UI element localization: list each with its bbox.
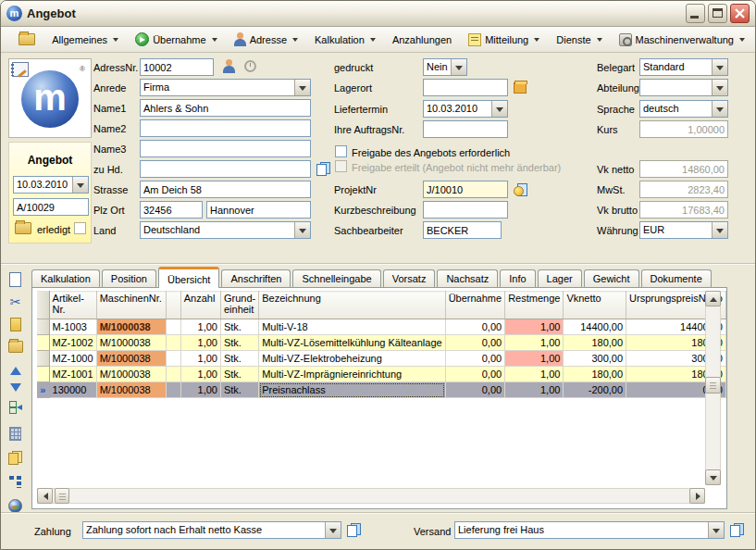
abteilung-combo[interactable] [639, 79, 728, 96]
row-header[interactable] [37, 367, 49, 382]
copy-zahlung-icon[interactable] [347, 523, 361, 537]
strasse-field[interactable] [140, 181, 311, 198]
chevron-down-icon[interactable] [708, 522, 724, 538]
erledigt-checkbox[interactable] [74, 222, 86, 234]
freigabe-erforderlich-checkbox[interactable] [335, 145, 347, 157]
chevron-down-icon[interactable] [712, 59, 727, 75]
copy-position-button[interactable] [7, 451, 23, 467]
calculator-icon [9, 427, 21, 441]
ort-field[interactable] [206, 201, 311, 219]
row-header[interactable] [37, 319, 49, 335]
lagerort-field[interactable] [423, 79, 508, 96]
chevron-down-icon[interactable] [72, 177, 88, 193]
name1-field[interactable] [140, 99, 311, 117]
row-header[interactable] [37, 351, 49, 367]
chevron-down-icon[interactable] [712, 222, 727, 238]
insert-position-button[interactable] [7, 401, 23, 417]
scroll-right-button[interactable] [689, 488, 705, 504]
move-down-button[interactable] [7, 381, 23, 396]
zahlung-combo[interactable]: Zahlung sofort nach Erhalt netto Kasse [82, 521, 341, 539]
tab-anschriften[interactable]: Anschriften [221, 269, 291, 288]
versand-combo[interactable]: Lieferung frei Haus [454, 521, 725, 539]
menu-mitteilung[interactable]: Mitteilung [462, 31, 546, 49]
table-row[interactable]: M-1003 M/1000038 1,00 Stk. Multi-V-18 0,… [37, 319, 726, 335]
menu-kalkulation[interactable]: Kalkulation [308, 31, 382, 48]
tab-uebersicht[interactable]: Übersicht [158, 267, 219, 288]
kurzbeschreibung-field[interactable] [423, 201, 508, 219]
sprache-combo[interactable]: deutsch [639, 100, 728, 118]
calculator-button[interactable] [7, 427, 23, 443]
land-combo[interactable]: Deutschland [140, 221, 311, 239]
open-folder-button[interactable] [12, 31, 42, 48]
new-position-button[interactable] [7, 272, 23, 288]
menu-anzahlungen[interactable]: Anzahlungen [386, 31, 458, 48]
tab-nachsatz[interactable]: Nachsatz [437, 269, 498, 288]
tab-schnelleingabe[interactable]: Schnelleingabe [292, 269, 380, 288]
liefertermin-label: Liefertermin [334, 102, 388, 117]
scroll-up-button[interactable] [705, 291, 721, 306]
chevron-down-icon[interactable] [294, 80, 310, 95]
scroll-left-button[interactable] [37, 488, 53, 504]
chevron-down-icon[interactable] [712, 101, 727, 117]
name2-field[interactable] [140, 119, 311, 137]
row-header[interactable]: » [37, 382, 49, 398]
move-up-button[interactable] [7, 364, 23, 380]
h-scrollbar-thumb[interactable] [55, 488, 69, 504]
tab-gewicht[interactable]: Gewicht [584, 269, 639, 288]
cut-button[interactable]: ✂ [7, 294, 23, 310]
menu-dienste[interactable]: Dienste [550, 31, 608, 48]
minimize-button[interactable] [686, 4, 705, 23]
paste-button[interactable] [7, 318, 23, 333]
close-button[interactable] [730, 4, 750, 23]
tab-vorsatz[interactable]: Vorsatz [383, 269, 436, 288]
plz-field[interactable] [140, 201, 203, 219]
tab-lager[interactable]: Lager [538, 269, 582, 288]
auftragsnr-field[interactable] [423, 120, 508, 138]
name3-field[interactable] [140, 140, 311, 157]
waehrung-combo[interactable]: EUR [639, 221, 728, 239]
chevron-down-icon[interactable] [451, 59, 466, 75]
menu-maschinenverwaltung[interactable]: Maschinenverwaltung [613, 31, 751, 49]
vknetto-field [639, 160, 728, 178]
liefertermin-combo[interactable]: 10.03.2010 [423, 100, 508, 118]
anrede-combo[interactable]: Firma [140, 79, 311, 96]
document-number-field[interactable] [13, 198, 89, 216]
tab-position[interactable]: Position [102, 269, 156, 288]
notepad-edit-icon[interactable] [12, 62, 29, 77]
window-title: Angebot [27, 6, 683, 20]
gedruckt-combo[interactable]: Nein [423, 58, 467, 76]
projektnr-field[interactable] [423, 181, 508, 198]
open-position-button[interactable] [7, 341, 23, 356]
copy-address-icon[interactable] [316, 162, 330, 176]
menu-adresse[interactable]: Adresse [228, 30, 304, 49]
table-row[interactable]: MZ-1001 M/1000038 1,00 Stk. Multi-VZ-Imp… [37, 367, 726, 382]
tab-info[interactable]: Info [500, 269, 535, 288]
zuhd-field[interactable] [140, 160, 311, 178]
alarm-clock-icon[interactable] [244, 60, 256, 72]
chevron-down-icon[interactable] [712, 80, 727, 95]
chevron-down-icon[interactable] [325, 522, 341, 538]
project-lookup-icon[interactable] [514, 183, 527, 196]
chevron-down-icon[interactable] [294, 222, 310, 238]
belegart-combo[interactable]: Standard [639, 58, 728, 76]
maximize-button[interactable] [708, 4, 727, 23]
copy-versand-icon[interactable] [730, 523, 744, 537]
chevron-down-icon[interactable] [491, 101, 507, 117]
person-lookup-icon[interactable] [223, 59, 235, 73]
structure-button[interactable] [7, 475, 23, 491]
adressnr-field[interactable] [140, 58, 214, 76]
table-row-selected[interactable]: » 130000 M/1000038 1,00 Stk. Preisnachla… [37, 382, 726, 398]
warehouse-box-icon[interactable] [514, 82, 527, 94]
table-row[interactable]: MZ-1002 M/1000038 1,00 Stk. Multi-VZ-Lös… [37, 335, 726, 351]
v-scrollbar-thumb[interactable] [705, 377, 721, 394]
document-date-combo[interactable]: 10.03.2010 [13, 176, 89, 194]
tab-kalkulation[interactable]: Kalkulation [31, 269, 100, 288]
row-header[interactable] [37, 335, 49, 351]
menu-uebernahme[interactable]: Übernahme [129, 30, 223, 49]
menu-allgemeines[interactable]: Allgemeines [45, 31, 125, 48]
sachbearbeiter-field[interactable] [423, 221, 502, 239]
focused-cell[interactable]: Preisnachlass [259, 382, 445, 398]
table-row[interactable]: MZ-1000 M/1000038 1,00 Stk. Multi-VZ-Ele… [37, 351, 726, 367]
tab-dokumente[interactable]: Dokumente [641, 269, 712, 288]
scroll-down-button[interactable] [705, 469, 721, 485]
